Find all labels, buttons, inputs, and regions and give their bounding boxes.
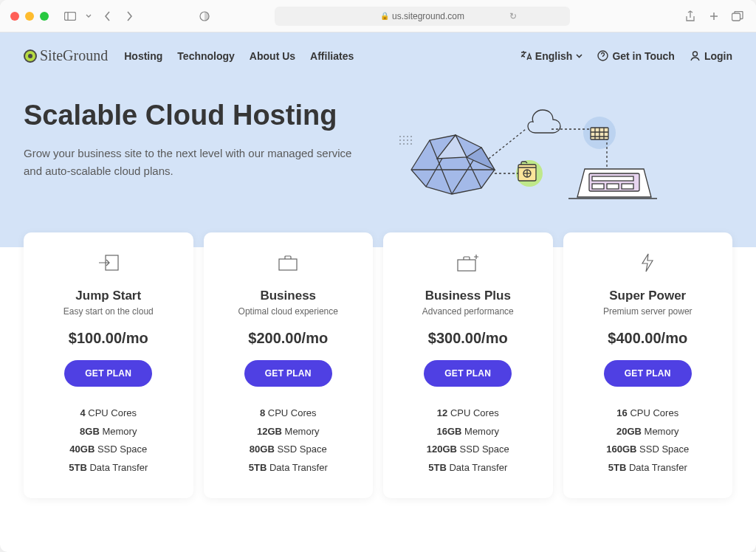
main-nav: Hosting Technology About Us Affiliates (124, 50, 354, 62)
new-tab-button[interactable] (706, 8, 722, 24)
plan-tagline: Easy start on the cloud (37, 306, 180, 317)
svg-point-5 (693, 52, 697, 56)
back-button[interactable] (99, 8, 115, 24)
svg-point-41 (403, 139, 404, 140)
lock-icon: 🔒 (380, 12, 389, 20)
get-plan-button[interactable]: GET PLAN (424, 360, 512, 387)
maximize-window-button[interactable] (40, 12, 49, 21)
plan-business: Business Optimal cloud experience $200.0… (204, 232, 374, 498)
briefcase-plus-icon (396, 252, 540, 274)
svg-point-36 (399, 136, 400, 137)
enter-icon (37, 252, 180, 274)
svg-point-45 (403, 143, 404, 144)
svg-point-44 (399, 143, 400, 144)
contact-link[interactable]: Get in Touch (597, 50, 675, 62)
plan-name: Super Power (577, 289, 720, 303)
svg-point-47 (410, 143, 411, 144)
forward-button[interactable] (121, 8, 137, 24)
svg-point-46 (407, 143, 408, 144)
pricing-plans: Jump Start Easy start on the cloud $100.… (0, 232, 756, 498)
tabs-button[interactable] (729, 8, 746, 24)
sidebar-toggle-button[interactable] (62, 8, 78, 24)
plan-super-power: Super Power Premium server power $400.00… (563, 232, 733, 498)
logo-text: SiteGround (40, 47, 108, 64)
svg-point-37 (403, 136, 404, 137)
get-plan-button[interactable]: GET PLAN (604, 360, 692, 387)
nav-hosting[interactable]: Hosting (124, 50, 162, 62)
language-selector[interactable]: English (520, 50, 583, 62)
site-logo[interactable]: SiteGround (24, 47, 108, 64)
svg-line-8 (489, 129, 526, 159)
plan-tagline: Optimal cloud experience (217, 306, 360, 317)
svg-rect-31 (592, 184, 604, 189)
shield-icon[interactable] (196, 8, 213, 24)
get-plan-button[interactable]: GET PLAN (244, 360, 332, 387)
plan-specs: 4 CPU Cores 8GB Memory 40GB SSD Space 5T… (37, 404, 180, 477)
hero: Scalable Cloud Hosting Grow your busines… (0, 77, 756, 247)
plan-specs: 12 CPU Cores 16GB Memory 120GB SSD Space… (396, 404, 540, 477)
svg-point-38 (407, 136, 408, 137)
plan-price: $400.00/mo (577, 330, 720, 347)
login-link[interactable]: Login (690, 50, 732, 62)
hero-illustration (385, 100, 732, 218)
svg-rect-33 (622, 184, 633, 189)
window-controls (10, 12, 49, 21)
url-bar[interactable]: 🔒 us.siteground.com ↻ (275, 7, 570, 26)
logo-mark-icon (24, 49, 37, 63)
close-window-button[interactable] (10, 12, 19, 21)
get-plan-button[interactable]: GET PLAN (64, 360, 152, 387)
plan-jump-start: Jump Start Easy start on the cloud $100.… (24, 232, 193, 498)
plan-price: $100.00/mo (37, 330, 180, 347)
svg-rect-0 (65, 12, 76, 20)
minimize-window-button[interactable] (25, 12, 34, 21)
share-button[interactable] (682, 8, 698, 24)
nav-about[interactable]: About Us (250, 50, 295, 62)
chevron-down-icon (576, 54, 583, 58)
translate-icon (520, 50, 532, 61)
help-icon (597, 50, 608, 61)
plan-name: Jump Start (37, 289, 180, 303)
chevron-down-icon[interactable] (84, 8, 93, 24)
language-label: English (535, 50, 573, 62)
plan-business-plus: Business Plus Advanced performance $300.… (383, 232, 553, 498)
login-label: Login (704, 50, 732, 62)
plan-name: Business (217, 289, 360, 303)
lightning-icon (577, 252, 720, 274)
url-text: us.siteground.com (392, 11, 464, 21)
plan-specs: 16 CPU Cores 20GB Memory 160GB SSD Space… (577, 404, 720, 477)
site-header: SiteGround Hosting Technology About Us A… (0, 32, 756, 77)
svg-rect-50 (458, 260, 475, 271)
user-icon (690, 50, 701, 61)
plan-tagline: Premium server power (577, 306, 720, 317)
svg-point-40 (399, 139, 400, 140)
plan-specs: 8 CPU Cores 12GB Memory 80GB SSD Space 5… (217, 404, 360, 477)
contact-label: Get in Touch (612, 50, 675, 62)
svg-rect-34 (592, 176, 633, 181)
browser-toolbar: 🔒 us.siteground.com ↻ (0, 0, 756, 32)
hero-title: Scalable Cloud Hosting (24, 100, 371, 131)
plan-tagline: Advanced performance (396, 306, 540, 317)
svg-rect-49 (279, 259, 297, 270)
svg-point-42 (407, 139, 408, 140)
refresh-icon[interactable]: ↻ (509, 11, 517, 21)
nav-technology[interactable]: Technology (177, 50, 235, 62)
plan-name: Business Plus (396, 289, 540, 303)
svg-point-43 (410, 139, 411, 140)
svg-rect-3 (732, 13, 740, 21)
plan-price: $200.00/mo (217, 330, 360, 347)
hero-subtitle: Grow your business site to the next leve… (24, 145, 371, 180)
plan-price: $300.00/mo (396, 330, 540, 347)
svg-rect-32 (607, 184, 619, 189)
briefcase-icon (217, 252, 360, 274)
nav-affiliates[interactable]: Affiliates (310, 50, 354, 62)
svg-point-39 (410, 136, 411, 137)
